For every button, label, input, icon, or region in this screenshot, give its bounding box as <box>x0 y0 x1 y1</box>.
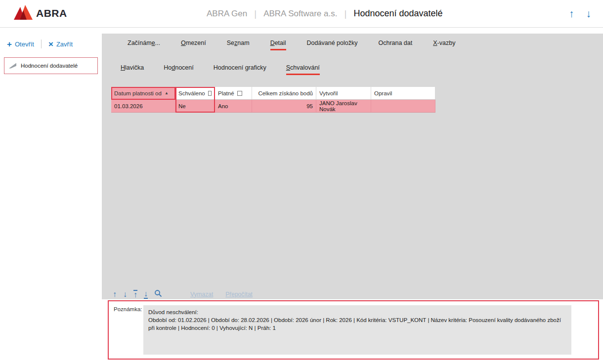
note-title: Důvod neschválení: <box>148 308 566 316</box>
approvals-table: Datum platnosti od ▲ Schváleno Platné Ce… <box>111 87 435 113</box>
tab-zaciname[interactable]: Začínáme... <box>128 40 160 50</box>
main-tab-bar: Začínáme... Omezení Seznam Detail Dodáva… <box>128 40 455 50</box>
page-title: Hodnocení dodavatelé <box>353 8 442 19</box>
column-header-datum-platnosti-od[interactable]: Datum platnosti od ▲ <box>111 87 175 99</box>
column-header-platne[interactable]: Platné <box>215 87 252 99</box>
company-name: ABRA Software a.s. <box>263 9 337 19</box>
tab-hlavicka[interactable]: Hlavička <box>121 64 144 75</box>
scroll-down-icon[interactable]: ↓ <box>586 8 592 20</box>
abra-logo-text: ABRA <box>36 7 67 19</box>
open-button-label: Otevřít <box>15 40 34 48</box>
header-breadcrumb: ABRA Gen | ABRA Software a.s. | Hodnocen… <box>207 0 443 27</box>
note-body: Období od: 01.02.2026 | Období do: 28.02… <box>148 316 566 332</box>
sort-asc-icon: ▲ <box>165 91 169 95</box>
tab-omezeni[interactable]: Omezení <box>181 40 206 50</box>
tab-seznam[interactable]: Seznam <box>227 40 250 50</box>
tab-schvalovani[interactable]: Schvalování <box>286 64 320 75</box>
cell-opravil <box>371 100 435 112</box>
cell-schvaleno: Ne <box>175 100 215 112</box>
tab-hodnoceni[interactable]: Hodnocení <box>164 64 193 75</box>
cell-celkem-ziskano-bodu: 95 <box>252 100 316 112</box>
close-button[interactable]: × Zavřít <box>48 40 73 48</box>
header-nav-arrows: ↑ ↓ <box>569 0 591 27</box>
filter-checkbox-icon[interactable] <box>208 91 212 96</box>
filter-checkbox-icon[interactable] <box>237 91 242 96</box>
plus-icon: + <box>7 40 12 48</box>
abra-logo-icon <box>14 5 33 22</box>
clear-link[interactable]: Vymazat <box>190 291 213 298</box>
column-header-schvaleno[interactable]: Schváleno <box>175 87 215 99</box>
recalculate-link[interactable]: Přepočítat <box>225 291 253 298</box>
app-header: ABRA ABRA Gen | ABRA Software a.s. | Hod… <box>0 0 603 28</box>
cell-platne: Ano <box>215 100 252 112</box>
column-header-celkem-ziskano-bodu[interactable]: Celkem získáno bodů <box>252 87 316 99</box>
move-last-icon[interactable]: ↓ <box>144 290 148 299</box>
scroll-up-icon[interactable]: ↑ <box>569 8 574 20</box>
sidebar-actions: + Otevřít × Zavřít <box>0 28 102 48</box>
vertical-divider <box>41 40 42 48</box>
sidebar: + Otevřít × Zavřít Hodnocení dodavatelé <box>0 28 102 364</box>
header-separator: | <box>344 8 346 19</box>
bookmark-icon <box>9 63 16 69</box>
app-name: ABRA Gen <box>207 9 247 19</box>
move-down-icon[interactable]: ↓ <box>123 290 127 298</box>
close-button-label: Zavřít <box>56 40 73 48</box>
tab-detail[interactable]: Detail <box>270 40 286 50</box>
record-nav-toolbar: ↑ ↓ ↑ ↓ Vymazat Přepočítat <box>113 289 253 299</box>
tab-ochrana-dat[interactable]: Ochrana dat <box>378 40 412 50</box>
header-separator: | <box>254 8 257 19</box>
tab-hodnoceni-graficky[interactable]: Hodnocení graficky <box>214 64 266 75</box>
note-label: Poznámka: <box>114 306 142 312</box>
cell-datum-platnosti-od: 01.03.2026 <box>111 100 175 112</box>
sidebar-item-label: Hodnocení dodavatelé <box>21 63 78 69</box>
note-panel: Poznámka: Důvod neschválení: Období od: … <box>102 299 603 364</box>
move-up-icon[interactable]: ↑ <box>113 290 117 298</box>
open-button[interactable]: + Otevřít <box>7 40 34 48</box>
table-row[interactable]: 01.03.2026 Ne Ano 95 JANO Jaroslav Novák <box>111 100 435 113</box>
note-memo[interactable]: Důvod neschválení: Období od: 01.02.2026… <box>143 305 571 355</box>
annotation-box-note: Poznámka: Důvod neschválení: Období od: … <box>108 300 599 360</box>
sidebar-item-hodnoceni-dodavatele[interactable]: Hodnocení dodavatelé <box>4 57 98 74</box>
column-header-opravil[interactable]: Opravil <box>371 87 435 99</box>
cell-vytvoril: JANO Jaroslav Novák <box>316 100 371 112</box>
move-first-icon[interactable]: ↑ <box>133 290 137 299</box>
search-icon[interactable] <box>154 289 162 299</box>
abra-logo: ABRA <box>14 5 67 22</box>
sub-tab-bar: Hlavička Hodnocení Hodnocení graficky Sc… <box>121 64 320 75</box>
close-icon: × <box>48 40 53 48</box>
tab-x-vazby[interactable]: X-vazby <box>433 40 455 50</box>
main-content: Začínáme... Omezení Seznam Detail Dodáva… <box>102 34 603 364</box>
tab-dodavane-polozky[interactable]: Dodávané položky <box>307 40 358 50</box>
table-header-row: Datum platnosti od ▲ Schváleno Platné Ce… <box>111 87 435 100</box>
column-header-vytvoril[interactable]: Vytvořil <box>316 87 371 99</box>
